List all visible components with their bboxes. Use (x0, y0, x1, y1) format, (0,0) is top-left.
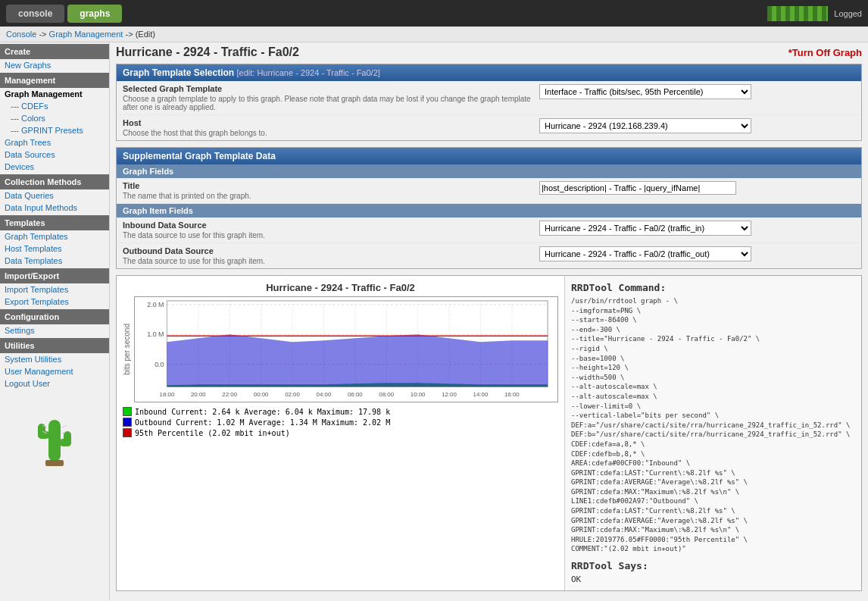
selected-template-control[interactable]: Interface - Traffic (bits/sec, 95th Perc… (539, 84, 855, 99)
svg-text:04:00: 04:00 (317, 391, 332, 398)
sidebar-item-graph-templates[interactable]: Graph Templates (0, 230, 109, 243)
breadcrumb-arrow2: -> (125, 30, 135, 39)
svg-marker-33 (167, 334, 548, 387)
title-field-label-col: Title The name that is printed on the gr… (123, 181, 539, 200)
sidebar-item-new-graphs[interactable]: New Graphs (0, 59, 109, 71)
graph-item-fields-subheader: Graph Item Fields (117, 204, 861, 218)
sidebar-item-user-management[interactable]: User Management (0, 365, 109, 377)
sidebar-item-export-templates[interactable]: Export Templates (0, 296, 109, 308)
graph-chart-inner: Hurricane - 2924 - Traffic - Fa0/2 bits … (117, 276, 861, 590)
title-input[interactable] (539, 181, 736, 195)
host-select[interactable]: Hurricane - 2924 (192.168.239.4) (539, 118, 751, 133)
breadcrumb-arrow1: -> (39, 30, 48, 39)
sidebar-item-settings[interactable]: Settings (0, 324, 109, 336)
host-desc: Choose the host that this graph belongs … (123, 129, 539, 137)
page-title: Hurricane - 2924 - Traffic - Fa0/2 (116, 45, 299, 59)
sidebar-item-host-templates[interactable]: Host Templates (0, 243, 109, 255)
svg-text:12:00: 12:00 (442, 391, 457, 398)
svg-text:2.0 M: 2.0 M (147, 301, 164, 308)
chart-svg: 2.0 M 1.0 M 0.0 (134, 296, 558, 402)
sidebar-header-templates: Templates (0, 215, 109, 230)
main-content: Hurricane - 2924 - Traffic - Fa0/2 *Turn… (110, 42, 868, 600)
sidebar-item-data-queries[interactable]: Data Queries (0, 189, 109, 202)
sidebar-item-data-sources[interactable]: Data Sources (0, 149, 109, 161)
console-button[interactable]: console (6, 5, 64, 23)
host-control[interactable]: Hurricane - 2924 (192.168.239.4) (539, 118, 855, 133)
chart-title: Hurricane - 2924 - Traffic - Fa0/2 (123, 282, 558, 293)
svg-text:16:00: 16:00 (504, 391, 520, 398)
sidebar-header-management: Management (0, 73, 109, 88)
chart-legend: Inbound Current: 2.64 k Average: 6.04 k … (123, 407, 558, 437)
title-field-control[interactable] (539, 181, 855, 195)
svg-text:20:00: 20:00 (191, 391, 206, 398)
outbound-desc: The data source to use for this graph it… (123, 257, 539, 265)
svg-line-8 (62, 425, 67, 427)
sidebar-item-graph-management[interactable]: Graph Management (0, 88, 109, 100)
sidebar-item-import-templates[interactable]: Import Templates (0, 283, 109, 296)
svg-text:02:00: 02:00 (285, 391, 300, 398)
supplemental-section: Supplemental Graph Template Data Graph F… (116, 147, 862, 269)
sidebar-item-graph-trees[interactable]: Graph Trees (0, 136, 109, 149)
page-title-row: Hurricane - 2924 - Traffic - Fa0/2 *Turn… (116, 45, 862, 59)
sidebar-item-logout-user[interactable]: Logout User (0, 377, 109, 390)
inbound-label-col: Inbound Data Source The data source to u… (123, 221, 539, 239)
sidebar-item-data-templates[interactable]: Data Templates (0, 255, 109, 267)
main-layout: Create New Graphs Management Graph Manag… (0, 42, 868, 600)
svg-text:22:00: 22:00 (222, 391, 237, 398)
turn-off-graph-button[interactable]: *Turn Off Graph (788, 47, 862, 58)
sidebar-item-colors[interactable]: --- Colors (0, 112, 109, 124)
sidebar-item-system-utilities[interactable]: System Utilities (0, 353, 109, 365)
breadcrumb-console[interactable]: Console (6, 30, 36, 39)
svg-text:18:00: 18:00 (160, 391, 175, 398)
sidebar-item-data-input-methods[interactable]: Data Input Methods (0, 202, 109, 214)
legend-color-outbound (123, 418, 132, 427)
chart-wrapper: bits per second 2.0 (123, 296, 558, 402)
sidebar-item-devices[interactable]: Devices (0, 161, 109, 173)
breadcrumb-graph-management[interactable]: Graph Management (49, 30, 123, 39)
host-title: Host (123, 118, 539, 127)
outbound-label: Outbound Data Source (123, 246, 539, 255)
graphs-button[interactable]: graphs (67, 5, 122, 23)
sidebar-item-cdeffs[interactable]: --- CDEFs (0, 100, 109, 112)
legend-color-95th (123, 428, 132, 437)
svg-text:10:00: 10:00 (411, 391, 426, 398)
svg-rect-4 (64, 431, 71, 446)
graph-chart-section: Hurricane - 2924 - Traffic - Fa0/2 bits … (116, 275, 862, 591)
selected-template-desc: Choose a graph template to apply to this… (123, 95, 539, 111)
legend-95th: 95th Percentile (2.02 mbit in+out) (123, 428, 558, 437)
outbound-row: Outbound Data Source The data source to … (117, 243, 861, 268)
sidebar-item-gprint-presets[interactable]: --- GPRINT Presets (0, 124, 109, 136)
selected-template-label-col: Selected Graph Template Choose a graph t… (123, 84, 539, 111)
svg-rect-0 (48, 420, 61, 462)
outbound-label-col: Outbound Data Source The data source to … (123, 246, 539, 265)
rrdtool-says-title: RRDTool Says: (571, 560, 855, 571)
graph-template-section-header: Graph Template Selection [edit: Hurrican… (117, 64, 861, 81)
svg-text:1.0 M: 1.0 M (147, 330, 164, 338)
rrdtool-panel: RRDTool Command: /usr/bin/rrdtool graph … (564, 276, 861, 590)
inbound-control[interactable]: Hurricane - 2924 - Traffic - Fa0/2 (traf… (539, 221, 855, 236)
sidebar-header-utilities: Utilities (0, 338, 109, 353)
selected-template-title: Selected Graph Template (123, 84, 539, 93)
supplemental-section-header: Supplemental Graph Template Data (117, 148, 861, 164)
svg-text:14:00: 14:00 (473, 391, 489, 398)
inbound-desc: The data source to use for this graph it… (123, 231, 539, 239)
svg-text:08:00: 08:00 (379, 391, 394, 398)
inbound-select[interactable]: Hurricane - 2924 - Traffic - Fa0/2 (traf… (539, 221, 751, 236)
sidebar: Create New Graphs Management Graph Manag… (0, 42, 110, 600)
graph-chart-left: Hurricane - 2924 - Traffic - Fa0/2 bits … (117, 276, 564, 590)
host-label-col: Host Choose the host that this graph bel… (123, 118, 539, 137)
rrdtool-says-value: OK (571, 574, 855, 584)
legend-color-inbound (123, 407, 132, 416)
legend-inbound: Inbound Current: 2.64 k Average: 6.04 k … (123, 407, 558, 416)
outbound-select[interactable]: Hurricane - 2924 - Traffic - Fa0/2 (traf… (539, 246, 751, 261)
selected-template-row: Selected Graph Template Choose a graph t… (117, 81, 861, 115)
title-field-desc: The name that is printed on the graph. (123, 192, 539, 200)
graph-fields-subheader: Graph Fields (117, 164, 861, 178)
outbound-control[interactable]: Hurricane - 2924 - Traffic - Fa0/2 (traf… (539, 246, 855, 261)
template-select[interactable]: Interface - Traffic (bits/sec, 95th Perc… (539, 84, 751, 99)
legend-outbound: Outbound Current: 1.02 M Average: 1.34 M… (123, 418, 558, 427)
sidebar-header-collection: Collection Methods (0, 174, 109, 189)
cactus-logo (0, 390, 109, 488)
sidebar-header-create: Create (0, 44, 109, 59)
sidebar-header-configuration: Configuration (0, 309, 109, 324)
